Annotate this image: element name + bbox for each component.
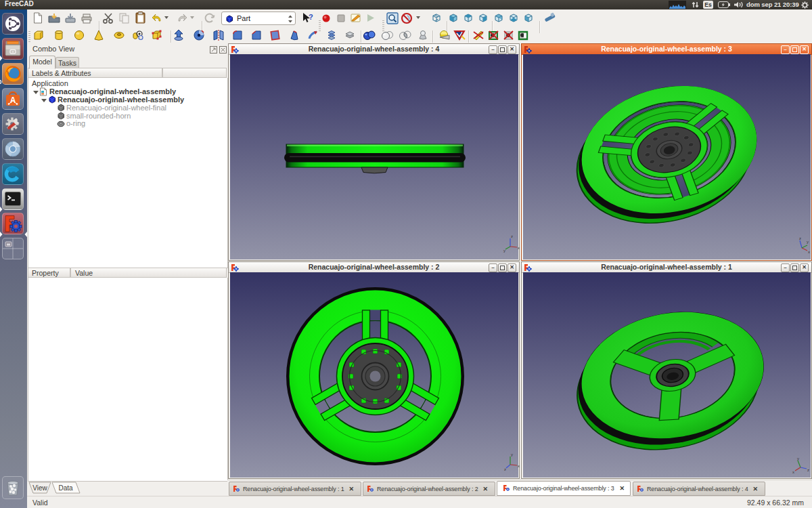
svg-text:y: y bbox=[797, 457, 799, 461]
svg-text:x: x bbox=[808, 250, 810, 254]
svg-text:Data: Data bbox=[58, 484, 73, 492]
svg-text:View: View bbox=[32, 484, 47, 492]
svg-text:z: z bbox=[511, 234, 513, 238]
svg-text:y: y bbox=[511, 452, 513, 457]
svg-text:z: z bbox=[504, 467, 506, 471]
svg-text:z: z bbox=[807, 468, 809, 472]
svg-text:x: x bbox=[518, 464, 520, 468]
svg-text:z: z bbox=[799, 236, 801, 240]
svg-text:A: A bbox=[10, 96, 16, 105]
svg-text:x: x bbox=[792, 470, 794, 474]
svg-text:y: y bbox=[503, 249, 505, 253]
svg-text:y: y bbox=[807, 240, 809, 244]
svg-text:x: x bbox=[518, 246, 520, 250]
svg-text:?: ? bbox=[309, 13, 313, 21]
